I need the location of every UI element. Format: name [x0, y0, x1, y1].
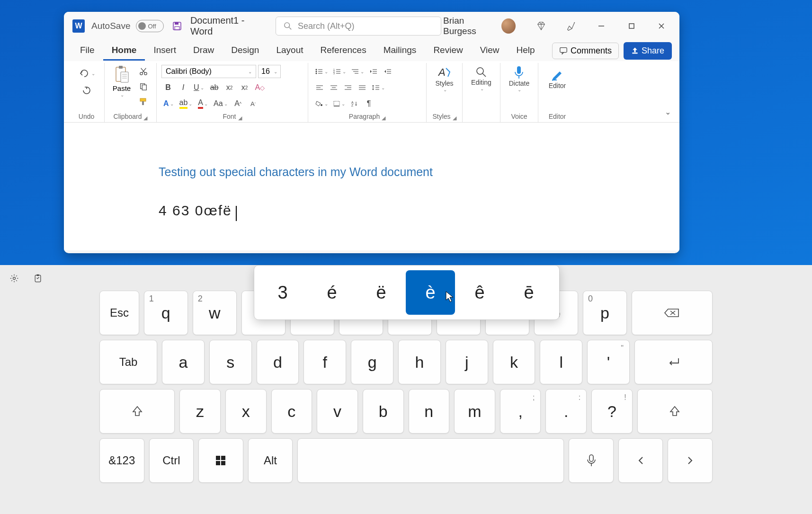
share-button[interactable]: Share: [624, 42, 672, 60]
key-j[interactable]: j: [446, 340, 488, 384]
align-left-button[interactable]: [313, 81, 326, 94]
shading-button[interactable]: ⌄: [313, 97, 330, 110]
key-<[interactable]: [618, 438, 663, 483]
key-b[interactable]: b: [363, 389, 404, 434]
comments-button[interactable]: Comments: [552, 43, 619, 59]
menu-help[interactable]: Help: [508, 41, 544, 61]
paragraph-launcher-icon[interactable]: ◢: [382, 115, 385, 121]
decrease-indent-button[interactable]: [367, 65, 380, 78]
key-f[interactable]: f: [303, 340, 346, 384]
menu-design[interactable]: Design: [223, 41, 268, 61]
key-.[interactable]: .:: [545, 389, 587, 434]
key-g[interactable]: g: [351, 340, 393, 384]
key-c[interactable]: c: [271, 389, 312, 434]
align-center-button[interactable]: [327, 81, 340, 94]
text-effects-button[interactable]: A⌄: [161, 97, 176, 110]
key-m[interactable]: m: [454, 389, 495, 434]
key-🎤[interactable]: [569, 438, 614, 483]
key-Alt[interactable]: Alt: [248, 438, 293, 483]
key-blank[interactable]: [297, 438, 564, 483]
key-Ctrl[interactable]: Ctrl: [149, 438, 194, 483]
key-?[interactable]: ?!: [591, 389, 633, 434]
search-input[interactable]: Search (Alt+Q): [276, 17, 441, 35]
key-z[interactable]: z: [179, 389, 221, 434]
accent-option-ê[interactable]: ê: [455, 270, 504, 315]
key-d[interactable]: d: [257, 340, 299, 384]
accent-option-è[interactable]: è: [406, 270, 455, 315]
bold-button[interactable]: B: [161, 81, 175, 94]
subscript-button[interactable]: x2: [223, 81, 236, 94]
undo-button[interactable]: ⌄: [76, 67, 97, 80]
key-h[interactable]: h: [398, 340, 441, 384]
key-p[interactable]: 0p: [583, 291, 627, 335]
key-⇧[interactable]: [637, 389, 713, 434]
key-&123[interactable]: &123: [99, 438, 144, 483]
key-⊞[interactable]: [198, 438, 243, 483]
paste-button[interactable]: Paste ⌄: [109, 65, 134, 98]
menu-draw[interactable]: Draw: [185, 41, 223, 61]
key-w[interactable]: 2w: [193, 291, 237, 335]
key-⌫[interactable]: [632, 291, 713, 335]
diamond-icon[interactable]: [527, 14, 555, 38]
keyboard-settings-icon[interactable]: [9, 274, 19, 283]
brush-icon[interactable]: [557, 14, 586, 38]
shrink-font-button[interactable]: Aˇ: [247, 97, 260, 110]
key-↵[interactable]: [634, 340, 713, 384]
key-Esc[interactable]: Esc: [99, 291, 139, 335]
maximize-button[interactable]: [617, 14, 646, 38]
clear-format-button[interactable]: A◇: [253, 81, 267, 94]
keyboard-clipboard-icon[interactable]: [33, 274, 43, 283]
user-avatar[interactable]: [501, 18, 516, 34]
copy-button[interactable]: [137, 80, 150, 93]
superscript-button[interactable]: x2: [238, 81, 251, 94]
menu-file[interactable]: File: [71, 41, 103, 61]
grow-font-button[interactable]: A^: [232, 97, 245, 110]
justify-button[interactable]: [356, 81, 369, 94]
strikethrough-button[interactable]: ab: [208, 81, 221, 94]
show-marks-button[interactable]: ¶: [362, 97, 375, 110]
editing-button[interactable]: Editing⌄: [469, 65, 493, 92]
menu-review[interactable]: Review: [425, 41, 471, 61]
align-right-button[interactable]: [341, 81, 355, 94]
key-q[interactable]: 1q: [144, 291, 188, 335]
ribbon-collapse-button[interactable]: ⌄: [665, 107, 671, 116]
accent-option-3[interactable]: 3: [258, 270, 307, 315]
styles-launcher-icon[interactable]: ◢: [453, 115, 456, 121]
key-,[interactable]: ,;: [500, 389, 541, 434]
minimize-button[interactable]: [587, 14, 616, 38]
font-size-select[interactable]: 16⌄: [258, 65, 281, 78]
bullets-button[interactable]: ⌄: [313, 65, 330, 78]
sort-button[interactable]: AZ: [348, 97, 361, 110]
key-n[interactable]: n: [409, 389, 450, 434]
menu-mailings[interactable]: Mailings: [375, 41, 425, 61]
dictate-button[interactable]: Dictate⌄: [507, 65, 532, 92]
key-v[interactable]: v: [317, 389, 358, 434]
close-button[interactable]: [647, 14, 676, 38]
italic-button[interactable]: I: [177, 81, 190, 94]
key-s[interactable]: s: [209, 340, 252, 384]
key-x[interactable]: x: [225, 389, 267, 434]
menu-home[interactable]: Home: [103, 41, 145, 61]
key-⇧[interactable]: [99, 389, 175, 434]
menu-view[interactable]: View: [472, 41, 508, 61]
accent-option-ē[interactable]: ē: [504, 270, 553, 315]
key-a[interactable]: a: [162, 340, 205, 384]
underline-button[interactable]: U⌄: [192, 81, 206, 94]
format-painter-button[interactable]: [137, 95, 150, 108]
styles-button[interactable]: A Styles⌄: [433, 65, 455, 92]
font-launcher-icon[interactable]: ◢: [238, 115, 242, 121]
editor-button[interactable]: Editor: [547, 65, 568, 92]
line-spacing-button[interactable]: ⌄: [370, 81, 387, 94]
font-color-button[interactable]: A⌄: [196, 97, 210, 110]
multilevel-button[interactable]: ⌄: [349, 65, 366, 78]
key-k[interactable]: k: [493, 340, 535, 384]
save-icon[interactable]: [172, 21, 182, 31]
highlight-button[interactable]: ab⌄: [178, 97, 195, 110]
key-l[interactable]: l: [540, 340, 582, 384]
increase-indent-button[interactable]: [381, 65, 394, 78]
menu-references[interactable]: References: [312, 41, 375, 61]
key->[interactable]: [668, 438, 713, 483]
accent-option-é[interactable]: é: [307, 270, 357, 315]
borders-button[interactable]: ⌄: [331, 97, 347, 110]
key-'[interactable]: '": [587, 340, 630, 384]
